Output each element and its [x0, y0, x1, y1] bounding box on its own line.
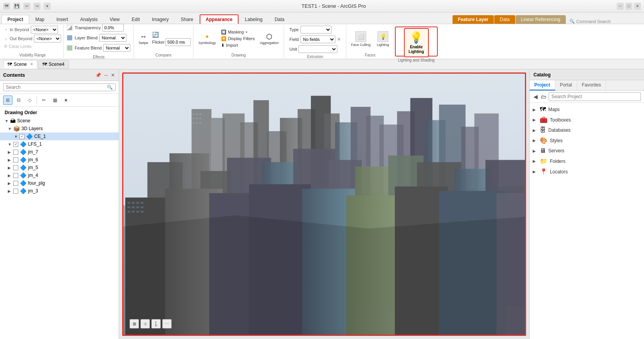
styles-expand-icon[interactable]: ▶ [533, 138, 537, 143]
jm3-checkbox[interactable] [13, 189, 18, 194]
search-icon[interactable]: 🔍 [107, 85, 113, 90]
map-viewport[interactable]: ⊞ ⊹ 🚶 ⋯ [122, 72, 526, 336]
tab-labeling[interactable]: Labeling [239, 15, 268, 24]
enable-lighting-btn[interactable]: 💡 EnableLighting [404, 28, 428, 57]
tab-edit[interactable]: Edit [126, 15, 146, 24]
tree-item-jm7[interactable]: ▶ 🔷 jm_7 [0, 148, 119, 156]
sidebar-close-icon[interactable]: ✕ [110, 72, 116, 79]
tab-data[interactable]: Data [269, 15, 290, 24]
locators-expand-icon[interactable]: ▶ [533, 170, 537, 174]
jm5-expand-icon[interactable]: ▶ [8, 166, 12, 170]
catalog-forward-btn[interactable]: 🗁 [540, 93, 547, 101]
group-layers-btn[interactable]: ▦ [50, 95, 60, 105]
maximize-icon[interactable]: □ [625, 3, 632, 10]
tree-item-3dlayers[interactable]: ▼ 📦 3D Layers [0, 125, 119, 132]
tab-project[interactable]: Project [2, 15, 29, 24]
feature-blend-select[interactable]: Normal [103, 44, 130, 52]
field-clear-btn[interactable]: ✕ [337, 37, 341, 42]
transparency-input[interactable] [102, 24, 124, 32]
pin-icon[interactable]: 📌 [95, 72, 102, 79]
tab-linear-ref[interactable]: Linear Referencing [516, 15, 566, 24]
maps-expand-icon[interactable]: ▶ [533, 108, 537, 112]
symbology-view-btn[interactable]: ◇ [25, 95, 34, 105]
tab-imagery[interactable]: Imagery [146, 15, 174, 24]
tree-item-jm3[interactable]: ▶ 🔷 jm_3 [0, 187, 119, 195]
databases-expand-icon[interactable]: ▶ [533, 128, 537, 132]
undo-icon[interactable]: ↩ [23, 3, 30, 10]
masking-dropdown-icon[interactable]: ▾ [246, 30, 247, 34]
tab-insert[interactable]: Insert [51, 15, 74, 24]
3dlayers-expand-icon[interactable]: ▼ [8, 127, 12, 131]
ce1-checkbox[interactable]: ✓ [19, 134, 25, 139]
tree-item-jm5[interactable]: ▶ 🔷 jm_5 [0, 164, 119, 171]
tree-item-jm4[interactable]: ▶ 🔷 jm_4 [0, 171, 119, 179]
unit-select[interactable] [298, 45, 337, 53]
tree-item-ce1[interactable]: ▼ ✓ 🔷 CE_1 [0, 132, 119, 140]
jm6-expand-icon[interactable]: ▶ [8, 158, 12, 162]
edit-mode-btn[interactable]: ✏ [39, 95, 49, 105]
navigate-btn[interactable]: ⊹ [140, 319, 150, 328]
jm4-checkbox[interactable] [13, 173, 18, 178]
filter-by-extent-btn[interactable]: ⊞ [3, 95, 12, 105]
minimize-icon[interactable]: ─ [617, 3, 624, 10]
tab-share[interactable]: Share [175, 15, 199, 24]
scene-expand-icon[interactable]: ▼ [5, 119, 9, 123]
catalog-item-databases[interactable]: ▶ 🗄 Databases [530, 125, 644, 135]
list-by-source-btn[interactable]: ⊟ [14, 95, 23, 105]
tree-item-jm6[interactable]: ▶ 🔷 jm_6 [0, 156, 119, 164]
fourplg-checkbox[interactable] [13, 181, 18, 186]
jm6-checkbox[interactable] [13, 157, 18, 162]
lfs1-expand-icon[interactable]: ▼ [8, 142, 12, 147]
tab-map[interactable]: Map [30, 15, 50, 24]
jm7-expand-icon[interactable]: ▶ [8, 150, 12, 154]
search-input[interactable] [6, 85, 107, 90]
tab-feature-data[interactable]: Data [494, 15, 515, 24]
catalog-tab-project[interactable]: Project [530, 80, 555, 90]
toolboxes-expand-icon[interactable]: ▶ [533, 118, 537, 122]
type-select[interactable] [300, 26, 332, 34]
walk-btn[interactable]: 🚶 [151, 319, 161, 328]
ce1-expand-icon[interactable]: ▼ [14, 134, 18, 139]
jm7-checkbox[interactable] [13, 150, 18, 155]
jm5-checkbox[interactable] [13, 165, 18, 170]
symbology-btn[interactable]: 🔸 Symbology [196, 31, 219, 47]
tree-item-lfs1[interactable]: ▼ ✓ 🔷 LFS_1 [0, 140, 119, 148]
tab-feature-layer[interactable]: Feature Layer [453, 15, 494, 24]
catalog-back-btn[interactable]: ◀ [533, 93, 539, 101]
flicker-input[interactable] [165, 38, 191, 46]
tree-item-scene[interactable]: ▼ 🏔 Scene [0, 117, 119, 125]
redo-icon[interactable]: ↪ [33, 3, 40, 10]
servers-expand-icon[interactable]: ▶ [533, 149, 537, 153]
face-culling-btn[interactable]: ⬜ Face Culling [349, 30, 373, 48]
folders-expand-icon[interactable]: ▶ [533, 159, 537, 163]
catalog-item-locators[interactable]: ▶ 📍 Locators [530, 166, 644, 177]
close-icon[interactable]: ✕ [634, 3, 641, 10]
jm3-expand-icon[interactable]: ▶ [8, 189, 12, 193]
catalog-search-input[interactable] [549, 92, 641, 101]
scene-tab-close[interactable]: ✕ [30, 62, 33, 66]
catalog-item-styles[interactable]: ▶ 🎨 Styles [530, 135, 644, 146]
catalog-tab-favorites[interactable]: Favorites [577, 80, 606, 90]
in-beyond-select[interactable]: <None> [31, 26, 58, 34]
aggregation-btn[interactable]: ⬡ Aggregation [257, 31, 282, 47]
sidebar-minimize-icon[interactable]: ─ [104, 72, 109, 79]
layer-blend-select[interactable]: Normal [99, 34, 126, 42]
save-icon[interactable]: 💾 [13, 3, 20, 10]
more-nav-btn[interactable]: ⋯ [162, 319, 172, 328]
tab-appearance[interactable]: Appearance [200, 14, 239, 24]
tree-item-fourplg[interactable]: ▶ 🔷 four_plg [0, 179, 119, 187]
scene4-tab[interactable]: 🗺 Scene4 [38, 60, 69, 69]
catalog-tab-portal[interactable]: Portal [555, 80, 577, 90]
field-select[interactable]: No fields [300, 35, 335, 43]
catalog-item-servers[interactable]: ▶ 🖥 Servers [530, 146, 644, 156]
out-beyond-select[interactable]: <None> [34, 35, 61, 42]
catalog-item-toolboxes[interactable]: ▶ 🧰 Toolboxes [530, 115, 644, 125]
lfs1-checkbox[interactable]: ✓ [13, 142, 18, 147]
jm4-expand-icon[interactable]: ▶ [8, 173, 12, 178]
swipe-btn[interactable]: ↔ Swipe [136, 32, 151, 46]
tab-analysis[interactable]: Analysis [74, 15, 104, 24]
more-icon[interactable]: ▾ [44, 3, 51, 10]
catalog-item-folders[interactable]: ▶ 📁 Folders [530, 156, 644, 166]
scene-tab-active[interactable]: 🗺 Scene ✕ [3, 60, 37, 69]
lighting-btn[interactable]: 💡 Lighting [374, 30, 391, 48]
